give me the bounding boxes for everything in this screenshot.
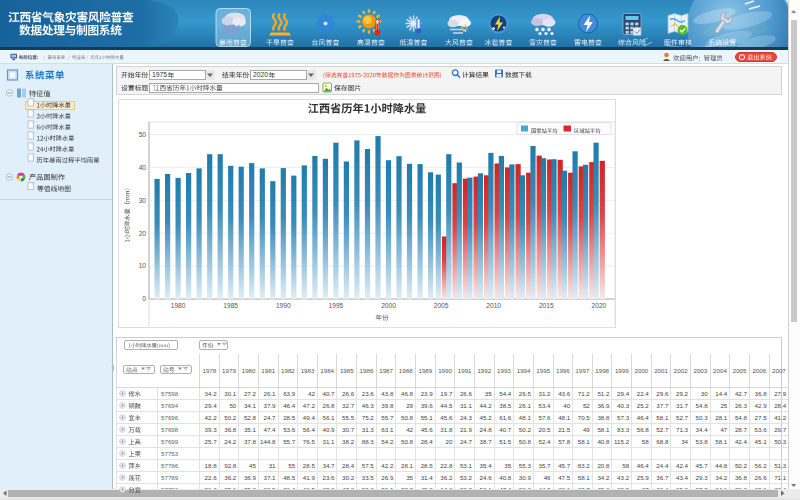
svg-text:1990: 1990 [276,302,291,309]
svg-text:1985: 1985 [223,302,238,309]
svg-text:2020: 2020 [592,302,607,309]
svg-text:40: 40 [139,164,147,171]
svg-text:0: 0 [142,295,146,302]
svg-text:2010: 2010 [486,302,501,309]
svg-text:1995: 1995 [329,302,344,309]
svg-text:10: 10 [139,262,147,269]
svg-text:2000: 2000 [381,302,396,309]
svg-text:2005: 2005 [434,302,449,309]
svg-text:1980: 1980 [171,302,186,309]
svg-text:30: 30 [139,197,147,204]
svg-text:20: 20 [139,230,147,237]
svg-text:2015: 2015 [539,302,554,309]
svg-text:50: 50 [139,131,147,138]
